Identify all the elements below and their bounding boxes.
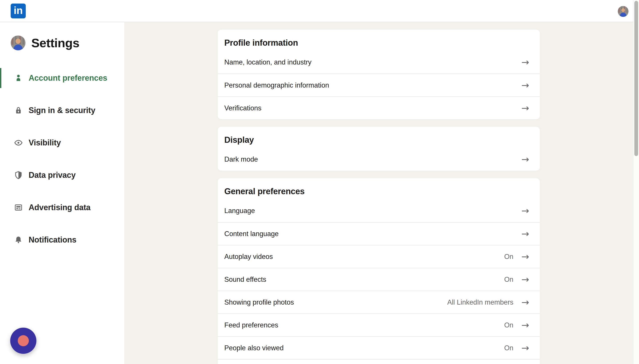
row-label: People also viewed bbox=[224, 344, 504, 352]
settings-row-people-also-viewed[interactable]: People also viewedOn→ bbox=[218, 336, 540, 359]
settings-row-sound-effects[interactable]: Sound effectsOn→ bbox=[218, 268, 540, 290]
scrollbar-track[interactable] bbox=[633, 0, 639, 364]
avatar bbox=[11, 36, 26, 50]
eye-icon bbox=[14, 138, 23, 147]
settings-cards: Profile informationName, location, and i… bbox=[218, 30, 540, 364]
arrow-right-icon: → bbox=[521, 155, 529, 164]
card-title: Profile information bbox=[224, 38, 530, 48]
row-label: Sound effects bbox=[224, 276, 504, 284]
row-label: Dark mode bbox=[224, 156, 521, 164]
settings-row-dark-mode[interactable]: Dark mode→ bbox=[218, 148, 540, 171]
row-value: On bbox=[504, 253, 513, 261]
row-label: Name, location, and industry bbox=[224, 58, 521, 66]
sidebar-item-label: Sign in & security bbox=[29, 106, 95, 115]
sidebar-item-notifications[interactable]: Notifications bbox=[0, 224, 124, 256]
linkedin-logo[interactable]: in bbox=[11, 4, 26, 18]
row-value: On bbox=[504, 276, 513, 284]
row-label: Autoplay videos bbox=[224, 253, 504, 261]
avatar bbox=[618, 6, 628, 17]
arrow-right-icon: → bbox=[521, 206, 529, 216]
card-display: DisplayDark mode→ bbox=[218, 127, 540, 171]
sidebar-item-label: Notifications bbox=[29, 235, 76, 244]
arrow-right-icon: → bbox=[521, 275, 529, 284]
settings-row-autoplay-videos[interactable]: Autoplay videosOn→ bbox=[218, 245, 540, 268]
ad-card-icon bbox=[14, 203, 23, 212]
settings-avatar bbox=[11, 36, 26, 50]
sidebar-item-label: Advertising data bbox=[29, 203, 91, 212]
sidebar-item-label: Account preferences bbox=[29, 74, 107, 83]
settings-row-feed-preferences[interactable]: Feed preferencesOn→ bbox=[218, 314, 540, 336]
row-value: All LinkedIn members bbox=[447, 298, 513, 306]
sidebar-item-data-privacy[interactable]: Data privacy bbox=[0, 159, 124, 191]
sidebar-item-account-preferences[interactable]: Account preferences bbox=[0, 62, 124, 94]
sidebar-item-visibility[interactable]: Visibility bbox=[0, 126, 124, 159]
arrow-right-icon: → bbox=[521, 298, 529, 307]
profile-menu-avatar[interactable] bbox=[618, 6, 628, 17]
arrow-right-icon: → bbox=[521, 81, 529, 90]
row-value: On bbox=[504, 321, 513, 329]
card-profile-information: Profile informationName, location, and i… bbox=[218, 30, 540, 119]
arrow-right-icon: → bbox=[521, 229, 529, 238]
lock-icon bbox=[14, 106, 23, 115]
person-icon bbox=[14, 74, 23, 82]
settings-row-personal-demographic-information[interactable]: Personal demographic information→ bbox=[218, 74, 540, 96]
settings-content: Profile informationName, location, and i… bbox=[124, 22, 633, 364]
settings-row-name-location-and-industry[interactable]: Name, location, and industry→ bbox=[218, 51, 540, 74]
sidebar-header: Settings bbox=[11, 36, 124, 50]
bell-icon bbox=[14, 236, 23, 244]
fab-dot-icon bbox=[18, 335, 29, 346]
arrow-right-icon: → bbox=[521, 104, 529, 113]
row-label: Feed preferences bbox=[224, 321, 504, 329]
top-bar: in bbox=[0, 0, 639, 22]
settings-row-content-language[interactable]: Content language→ bbox=[218, 222, 540, 245]
row-label: Showing profile photos bbox=[224, 298, 447, 306]
row-label: Language bbox=[224, 207, 521, 215]
shield-icon bbox=[14, 171, 23, 180]
floating-action-button[interactable] bbox=[10, 328, 36, 354]
card-title: Display bbox=[224, 135, 530, 145]
sidebar-item-label: Visibility bbox=[29, 138, 61, 148]
settings-row-language[interactable]: Language→ bbox=[218, 199, 540, 222]
settings-row-showing-profile-photos[interactable]: Showing profile photosAll LinkedIn membe… bbox=[218, 290, 540, 314]
settings-nav: Account preferences Sign in & security bbox=[0, 62, 124, 256]
card-title: General preferences bbox=[224, 187, 530, 196]
scrollbar-thumb[interactable] bbox=[634, 1, 638, 156]
settings-row-verifications[interactable]: Verifications→ bbox=[218, 96, 540, 119]
row-label: Content language bbox=[224, 230, 521, 238]
sidebar-item-sign-in-security[interactable]: Sign in & security bbox=[0, 94, 124, 126]
sidebar-item-advertising-data[interactable]: Advertising data bbox=[0, 191, 124, 224]
row-label: Verifications bbox=[224, 104, 521, 112]
arrow-right-icon: → bbox=[521, 252, 529, 261]
row-label: Personal demographic information bbox=[224, 81, 521, 89]
arrow-right-icon: → bbox=[521, 320, 529, 330]
arrow-right-icon: → bbox=[521, 58, 529, 67]
settings-sidebar: Settings Account preferences Sign i bbox=[0, 22, 124, 364]
card-general-preferences: General preferencesLanguage→Content lang… bbox=[218, 178, 540, 364]
arrow-right-icon: → bbox=[521, 344, 529, 353]
page-title: Settings bbox=[31, 36, 79, 50]
row-value: On bbox=[504, 344, 513, 352]
sidebar-item-label: Data privacy bbox=[29, 170, 76, 180]
